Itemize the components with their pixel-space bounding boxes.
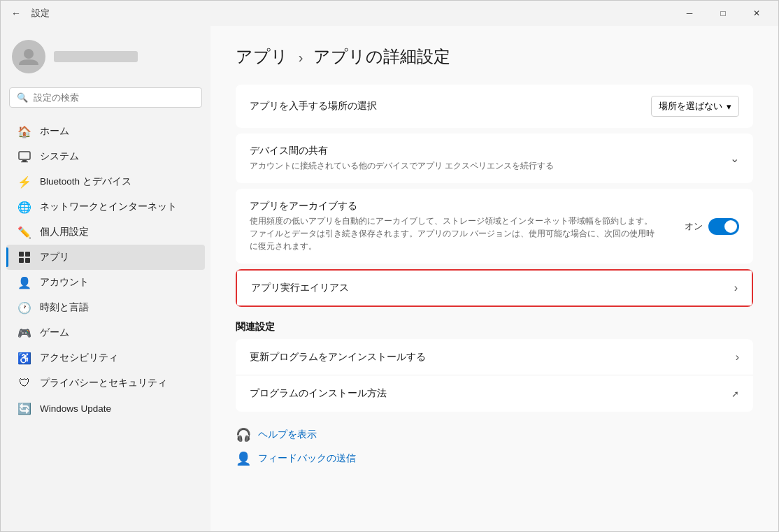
user-profile <box>1 31 210 87</box>
archive-control: オン <box>685 218 739 235</box>
nav-gaming[interactable]: 🎮 ゲーム <box>6 320 205 345</box>
related-settings-card: 更新プログラムをアンインストールする › プログラムのインストール方法 ➚ <box>236 339 753 412</box>
device-sharing-title: デバイス間の共有 <box>250 145 730 157</box>
archive-text: アプリをアーカイブする 使用頻度の低いアプリを自動的にアーカイブして、ストレージ… <box>250 200 685 252</box>
breadcrumb-current: アプリの詳細設定 <box>313 47 450 66</box>
app-source-dropdown-label: 場所を選ばない <box>659 100 722 113</box>
device-sharing-desc: アカウントに接続されている他のデバイスでアプリ エクスペリエンスを続行する <box>250 159 730 172</box>
archive-toggle-label: オン <box>685 220 703 233</box>
nav-time-label: 時刻と言語 <box>40 301 89 314</box>
dropdown-chevron-icon: ▾ <box>727 101 731 112</box>
nav-system[interactable]: システム <box>6 144 205 169</box>
nav-privacy[interactable]: 🛡 プライバシーとセキュリティ <box>6 371 205 396</box>
search-box[interactable]: 🔍 <box>9 87 202 108</box>
bluetooth-icon: ⚡ <box>17 175 31 189</box>
alias-card: アプリ実行エイリアス › <box>236 269 753 307</box>
uninstall-row[interactable]: 更新プログラムをアンインストールする › <box>236 339 753 375</box>
feedback-link[interactable]: 👤 フィードバックの送信 <box>236 447 753 470</box>
svg-rect-6 <box>19 258 24 263</box>
app-source-title: アプリを入手する場所の選択 <box>250 100 651 113</box>
minimize-button[interactable]: ─ <box>673 2 706 24</box>
nav-privacy-label: プライバシーとセキュリティ <box>40 377 167 389</box>
app-source-dropdown[interactable]: 場所を選ばない ▾ <box>651 96 739 117</box>
svg-rect-4 <box>19 252 24 257</box>
help-feedback-area: 🎧 ヘルプを表示 👤 フィードバックの送信 <box>236 423 753 470</box>
system-icon <box>17 150 31 164</box>
breadcrumb-separator: › <box>299 50 303 65</box>
nav-windows-update-label: Windows Update <box>40 403 111 414</box>
device-sharing-text: デバイス間の共有 アカウントに接続されている他のデバイスでアプリ エクスペリエン… <box>250 145 730 172</box>
nav-apps-label: アプリ <box>40 251 69 264</box>
close-button[interactable]: ✕ <box>741 2 773 24</box>
alias-row[interactable]: アプリ実行エイリアス › <box>236 269 753 307</box>
app-source-control: 場所を選ばない ▾ <box>651 96 739 117</box>
svg-rect-5 <box>25 252 30 257</box>
nav-accounts[interactable]: 👤 アカウント <box>6 270 205 295</box>
search-input[interactable] <box>34 92 194 103</box>
uninstall-title: 更新プログラムをアンインストールする <box>250 351 736 364</box>
svg-rect-1 <box>19 152 30 159</box>
install-method-control: ➚ <box>731 389 739 399</box>
archive-desc: 使用頻度の低いアプリを自動的にアーカイブして、ストレージ領域とインターネット帯域… <box>250 215 655 252</box>
device-sharing-card: デバイス間の共有 アカウントに接続されている他のデバイスでアプリ エクスペリエン… <box>236 134 753 183</box>
help-label: ヘルプを表示 <box>258 429 317 441</box>
related-settings-heading: 関連設定 <box>236 321 753 333</box>
uninstall-control: › <box>736 351 739 364</box>
external-link-icon: ➚ <box>731 389 739 399</box>
archive-title: アプリをアーカイブする <box>250 200 685 213</box>
search-icon: 🔍 <box>17 92 28 103</box>
privacy-icon: 🛡 <box>17 376 31 390</box>
nav-accessibility[interactable]: ♿ アクセシビリティ <box>6 345 205 371</box>
nav-windows-update[interactable]: 🔄 Windows Update <box>6 396 205 421</box>
time-icon: 🕐 <box>17 301 31 315</box>
svg-rect-7 <box>25 258 30 263</box>
archive-row: アプリをアーカイブする 使用頻度の低いアプリを自動的にアーカイブして、ストレージ… <box>236 189 753 264</box>
archive-toggle[interactable] <box>708 218 739 235</box>
nav-gaming-label: ゲーム <box>40 326 69 339</box>
help-icon: 🎧 <box>236 427 251 443</box>
page-header: アプリ › アプリの詳細設定 <box>236 45 753 68</box>
help-link[interactable]: 🎧 ヘルプを表示 <box>236 423 753 447</box>
accessibility-icon: ♿ <box>17 351 31 365</box>
nav-home-label: ホーム <box>40 125 69 138</box>
alias-text: アプリ実行エイリアス <box>251 282 734 294</box>
personalization-icon: ✏️ <box>17 225 31 239</box>
alias-title: アプリ実行エイリアス <box>251 282 734 294</box>
back-button[interactable]: ← <box>6 3 26 23</box>
nav-system-label: システム <box>40 150 79 163</box>
device-sharing-row: デバイス間の共有 アカウントに接続されている他のデバイスでアプリ エクスペリエン… <box>236 134 753 183</box>
install-method-row[interactable]: プログラムのインストール方法 ➚ <box>236 375 753 412</box>
device-sharing-control: ⌄ <box>730 152 739 165</box>
avatar <box>12 40 45 73</box>
app-source-row: アプリを入手する場所の選択 場所を選ばない ▾ <box>236 85 753 128</box>
home-icon: 🏠 <box>17 124 31 138</box>
svg-rect-3 <box>21 161 28 162</box>
window-title: 設定 <box>31 7 50 20</box>
nav-home[interactable]: 🏠 ホーム <box>6 119 205 144</box>
maximize-button[interactable]: □ <box>707 2 739 24</box>
title-bar: ← 設定 ─ □ ✕ <box>1 1 778 26</box>
apps-icon <box>17 250 31 264</box>
nav-bluetooth[interactable]: ⚡ Bluetooth とデバイス <box>6 169 205 194</box>
nav-network[interactable]: 🌐 ネットワークとインターネット <box>6 194 205 220</box>
nav-time[interactable]: 🕐 時刻と言語 <box>6 295 205 320</box>
archive-card: アプリをアーカイブする 使用頻度の低いアプリを自動的にアーカイブして、ストレージ… <box>236 189 753 264</box>
alias-chevron-icon: › <box>734 282 738 294</box>
window-controls: ─ □ ✕ <box>673 2 773 24</box>
uninstall-text: 更新プログラムをアンインストールする <box>250 351 736 364</box>
install-method-title: プログラムのインストール方法 <box>250 387 731 400</box>
nav-accessibility-label: アクセシビリティ <box>40 352 118 364</box>
nav-accounts-label: アカウント <box>40 276 89 289</box>
svg-point-0 <box>24 49 34 59</box>
breadcrumb-parent[interactable]: アプリ <box>236 47 288 66</box>
install-method-text: プログラムのインストール方法 <box>250 387 731 400</box>
nav-network-label: ネットワークとインターネット <box>40 201 177 213</box>
nav-apps[interactable]: アプリ <box>6 245 205 270</box>
content-area: 🔍 🏠 ホーム システム ⚡ Bluet <box>1 26 778 531</box>
uninstall-chevron-icon: › <box>736 351 739 364</box>
gaming-icon: 🎮 <box>17 326 31 340</box>
username-placeholder <box>54 51 138 62</box>
sidebar: 🔍 🏠 ホーム システム ⚡ Bluet <box>1 26 210 531</box>
nav-personalization[interactable]: ✏️ 個人用設定 <box>6 220 205 245</box>
alias-control: › <box>734 282 738 294</box>
